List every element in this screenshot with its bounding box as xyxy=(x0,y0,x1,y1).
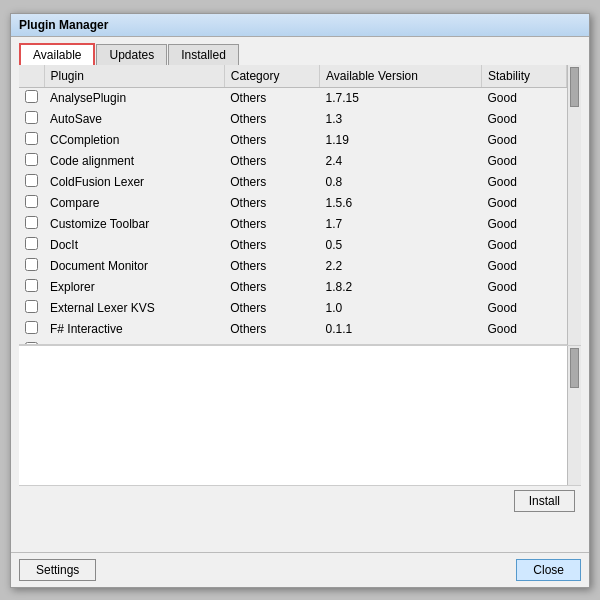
row-version: 1.7.15 xyxy=(320,87,482,108)
table-row[interactable]: External Lexer KVSOthers1.0Good xyxy=(19,297,567,318)
row-category: Others xyxy=(224,87,319,108)
row-plugin: AutoSave xyxy=(44,108,224,129)
row-category: Others xyxy=(224,192,319,213)
row-category: Others xyxy=(224,255,319,276)
table-row[interactable]: AnalysePluginOthers1.7.15Good xyxy=(19,87,567,108)
lower-scrollbar-thumb[interactable] xyxy=(570,348,579,388)
row-plugin: Document Monitor xyxy=(44,255,224,276)
row-checkbox[interactable] xyxy=(25,153,38,166)
table-row[interactable]: AutoSaveOthers1.3Good xyxy=(19,108,567,129)
row-plugin: DocIt xyxy=(44,234,224,255)
row-checkbox[interactable] xyxy=(25,237,38,250)
row-checkbox-cell xyxy=(19,276,44,297)
row-plugin: Explorer xyxy=(44,276,224,297)
row-category: Others xyxy=(224,171,319,192)
tab-updates[interactable]: Updates xyxy=(96,44,167,65)
tab-panel: Plugin Category Available Version Stabil… xyxy=(19,65,581,546)
row-checkbox-cell xyxy=(19,234,44,255)
row-plugin: Customize Toolbar xyxy=(44,213,224,234)
col-checkbox xyxy=(19,65,44,88)
row-checkbox[interactable] xyxy=(25,111,38,124)
table-section: Plugin Category Available Version Stabil… xyxy=(19,65,581,345)
row-stability: Good xyxy=(481,192,566,213)
row-category: Others xyxy=(224,234,319,255)
row-plugin: ColdFusion Lexer xyxy=(44,171,224,192)
row-stability: Good xyxy=(481,108,566,129)
window-body: Available Updates Installed Plugin Categ… xyxy=(11,37,589,552)
row-plugin: F# Interactive xyxy=(44,318,224,339)
row-plugin: Compare xyxy=(44,192,224,213)
col-stability: Stability xyxy=(481,65,566,88)
row-version: 1.5.6 xyxy=(320,192,482,213)
row-checkbox[interactable] xyxy=(25,216,38,229)
row-checkbox-cell xyxy=(19,108,44,129)
row-plugin: AnalysePlugin xyxy=(44,87,224,108)
row-stability: Good xyxy=(481,171,566,192)
title-bar: Plugin Manager xyxy=(11,14,589,37)
row-stability: Good xyxy=(481,318,566,339)
row-checkbox-cell xyxy=(19,213,44,234)
table-row[interactable]: F# InteractiveOthers0.1.1Good xyxy=(19,318,567,339)
tab-installed[interactable]: Installed xyxy=(168,44,239,65)
row-checkbox[interactable] xyxy=(25,132,38,145)
row-checkbox-cell xyxy=(19,255,44,276)
table-row[interactable]: CCompletionOthers1.19Good xyxy=(19,129,567,150)
row-category: Others xyxy=(224,150,319,171)
table-row[interactable]: Code alignmentOthers2.4Good xyxy=(19,150,567,171)
row-checkbox[interactable] xyxy=(25,279,38,292)
row-checkbox[interactable] xyxy=(25,321,38,334)
row-stability: Good xyxy=(481,213,566,234)
row-stability: Good xyxy=(481,276,566,297)
row-stability: Good xyxy=(481,150,566,171)
table-row[interactable]: Document MonitorOthers2.2Good xyxy=(19,255,567,276)
row-stability: Good xyxy=(481,255,566,276)
tab-bar: Available Updates Installed xyxy=(19,43,581,65)
settings-button[interactable]: Settings xyxy=(19,559,96,581)
row-checkbox-cell xyxy=(19,150,44,171)
row-category: Others xyxy=(224,318,319,339)
scrollbar-thumb[interactable] xyxy=(570,67,579,107)
row-checkbox[interactable] xyxy=(25,300,38,313)
table-row[interactable]: DocItOthers0.5Good xyxy=(19,234,567,255)
row-version: 1.7 xyxy=(320,213,482,234)
row-checkbox-cell xyxy=(19,297,44,318)
row-category: Others xyxy=(224,297,319,318)
row-category: Others xyxy=(224,276,319,297)
col-category: Category xyxy=(224,65,319,88)
row-plugin: Code alignment xyxy=(44,150,224,171)
row-checkbox[interactable] xyxy=(25,195,38,208)
row-checkbox-cell xyxy=(19,192,44,213)
tab-available[interactable]: Available xyxy=(19,43,95,65)
row-checkbox[interactable] xyxy=(25,258,38,271)
row-checkbox-cell xyxy=(19,171,44,192)
row-version: 2.4 xyxy=(320,150,482,171)
row-stability: Good xyxy=(481,87,566,108)
row-checkbox-cell xyxy=(19,318,44,339)
table-header: Plugin Category Available Version Stabil… xyxy=(19,65,567,88)
row-category: Others xyxy=(224,108,319,129)
table-row[interactable]: Customize ToolbarOthers1.7Good xyxy=(19,213,567,234)
row-checkbox-cell xyxy=(19,87,44,108)
row-plugin: CCompletion xyxy=(44,129,224,150)
row-checkbox[interactable] xyxy=(25,90,38,103)
plugin-table: Plugin Category Available Version Stabil… xyxy=(19,65,567,345)
row-version: 0.1.1 xyxy=(320,318,482,339)
close-button[interactable]: Close xyxy=(516,559,581,581)
row-version: 0.8 xyxy=(320,171,482,192)
row-version: 0.5 xyxy=(320,234,482,255)
table-row[interactable]: ExplorerOthers1.8.2Good xyxy=(19,276,567,297)
row-checkbox-cell xyxy=(19,129,44,150)
plugin-table-container[interactable]: Plugin Category Available Version Stabil… xyxy=(19,65,567,345)
row-checkbox[interactable] xyxy=(25,174,38,187)
lower-scrollbar[interactable] xyxy=(567,346,581,485)
row-plugin: External Lexer KVS xyxy=(44,297,224,318)
table-row[interactable]: ColdFusion LexerOthers0.8Good xyxy=(19,171,567,192)
col-version: Available Version xyxy=(320,65,482,88)
row-version: 2.2 xyxy=(320,255,482,276)
row-stability: Good xyxy=(481,297,566,318)
install-button[interactable]: Install xyxy=(514,490,575,512)
table-row[interactable]: CompareOthers1.5.6Good xyxy=(19,192,567,213)
row-stability: Good xyxy=(481,234,566,255)
plugin-table-body: AnalysePluginOthers1.7.15GoodAutoSaveOth… xyxy=(19,87,567,345)
table-scrollbar[interactable] xyxy=(567,65,581,345)
